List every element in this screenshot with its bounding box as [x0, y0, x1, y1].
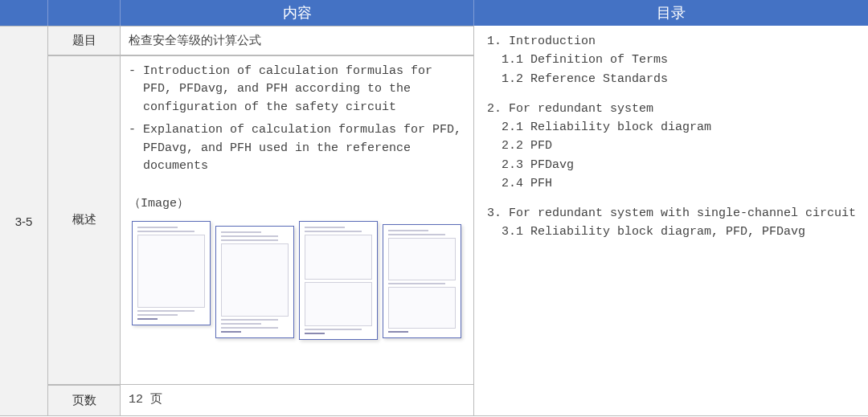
pages-value: 12 页	[121, 385, 474, 417]
header-content: 内容	[121, 0, 474, 26]
page-thumbnail-2	[215, 226, 294, 338]
image-label: （Image）	[129, 195, 465, 214]
pages-label: 页数	[48, 385, 121, 417]
overview-value: - Introduction of calculation formulas f…	[121, 55, 474, 385]
toc-item-2-3: 2.3 PFDavg	[487, 156, 860, 174]
overview-bullet-1: - Introduction of calculation formulas f…	[129, 63, 465, 117]
toc-section-1: 1. Introduction 1.1 Definition of Terms …	[487, 32, 860, 88]
page-thumbnail-1	[132, 221, 211, 325]
toc-section-3: 3. For redundant system with single-chan…	[487, 204, 860, 242]
header-spacer-2	[48, 0, 121, 26]
toc-section-2: 2. For redundant system 2.1 Reliability …	[487, 100, 860, 193]
document-thumbnails	[129, 221, 465, 340]
toc-heading-3: 3. For redundant system with single-chan…	[487, 204, 860, 223]
document-info-table: 内容 目录 3-5 题目 检查安全等级的计算公式 1. Introduction…	[0, 0, 868, 416]
title-value: 检查安全等级的计算公式	[121, 26, 474, 55]
toc-item-1-1: 1.1 Definition of Terms	[487, 51, 860, 69]
toc-heading-2: 2. For redundant system	[487, 100, 860, 118]
toc-column: 1. Introduction 1.1 Definition of Terms …	[474, 26, 868, 416]
toc-item-2-4: 2.4 PFH	[487, 174, 860, 193]
row-id: 3-5	[0, 26, 48, 416]
header-spacer-1	[0, 0, 48, 26]
overview-label: 概述	[48, 55, 121, 385]
toc-item-1-2: 1.2 Reference Standards	[487, 70, 860, 88]
title-label: 题目	[48, 26, 121, 55]
overview-wrap: - Introduction of calculation formulas f…	[129, 63, 465, 341]
overview-bullet-2: - Explanation of calculation formulas fo…	[129, 121, 465, 176]
page-thumbnail-4	[383, 224, 461, 338]
header-toc: 目录	[474, 0, 868, 26]
toc-heading-1: 1. Introduction	[487, 32, 860, 51]
toc-item-3-1: 3.1 Reliability block diagram, PFD, PFDa…	[487, 223, 860, 241]
toc-item-2-1: 2.1 Reliability block diagram	[487, 118, 860, 137]
page-thumbnail-3	[299, 221, 378, 340]
toc-item-2-2: 2.2 PFD	[487, 137, 860, 155]
